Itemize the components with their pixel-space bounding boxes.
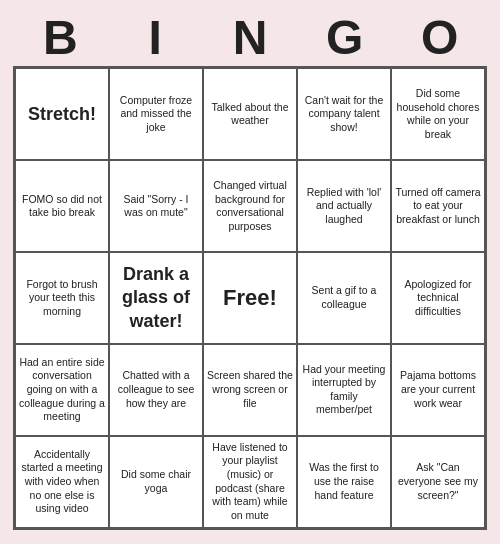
bingo-cell-8[interactable]: Replied with 'lol' and actually laughed (297, 160, 391, 252)
bingo-cell-18[interactable]: Had your meeting interrupted by family m… (297, 344, 391, 436)
bingo-cell-23[interactable]: Was the first to use the raise hand feat… (297, 436, 391, 528)
letter-n: N (206, 14, 294, 62)
bingo-cell-1[interactable]: Computer froze and missed the joke (109, 68, 203, 160)
letter-o: O (396, 14, 484, 62)
letter-b: B (16, 14, 104, 62)
letter-i: I (111, 14, 199, 62)
bingo-cell-5[interactable]: FOMO so did not take bio break (15, 160, 109, 252)
bingo-cell-24[interactable]: Ask "Can everyone see my screen?" (391, 436, 485, 528)
letter-g: G (301, 14, 389, 62)
bingo-cell-10[interactable]: Forgot to brush your teeth this morning (15, 252, 109, 344)
bingo-cell-13[interactable]: Sent a gif to a colleague (297, 252, 391, 344)
bingo-cell-2[interactable]: Talked about the weather (203, 68, 297, 160)
bingo-card: B I N G O Stretch!Computer froze and mis… (5, 6, 495, 537)
bingo-cell-0[interactable]: Stretch! (15, 68, 109, 160)
bingo-cell-16[interactable]: Chatted with a colleague to see how they… (109, 344, 203, 436)
bingo-cell-14[interactable]: Apologized for technical difficulties (391, 252, 485, 344)
bingo-cell-17[interactable]: Screen shared the wrong screen or file (203, 344, 297, 436)
bingo-cell-11[interactable]: Drank a glass of water! (109, 252, 203, 344)
bingo-cell-20[interactable]: Accidentally started a meeting with vide… (15, 436, 109, 528)
bingo-cell-19[interactable]: Pajama bottoms are your current work wea… (391, 344, 485, 436)
bingo-cell-3[interactable]: Can't wait for the company talent show! (297, 68, 391, 160)
bingo-cell-12[interactable]: Free! (203, 252, 297, 344)
bingo-header: B I N G O (13, 14, 487, 62)
bingo-cell-21[interactable]: Did some chair yoga (109, 436, 203, 528)
bingo-cell-22[interactable]: Have listened to your playlist (music) o… (203, 436, 297, 528)
bingo-cell-7[interactable]: Changed virtual background for conversat… (203, 160, 297, 252)
bingo-cell-4[interactable]: Did some household chores while on your … (391, 68, 485, 160)
bingo-cell-15[interactable]: Had an entire side conversation going on… (15, 344, 109, 436)
bingo-grid: Stretch!Computer froze and missed the jo… (13, 66, 487, 529)
bingo-cell-6[interactable]: Said "Sorry - I was on mute" (109, 160, 203, 252)
bingo-cell-9[interactable]: Turned off camera to eat your breakfast … (391, 160, 485, 252)
